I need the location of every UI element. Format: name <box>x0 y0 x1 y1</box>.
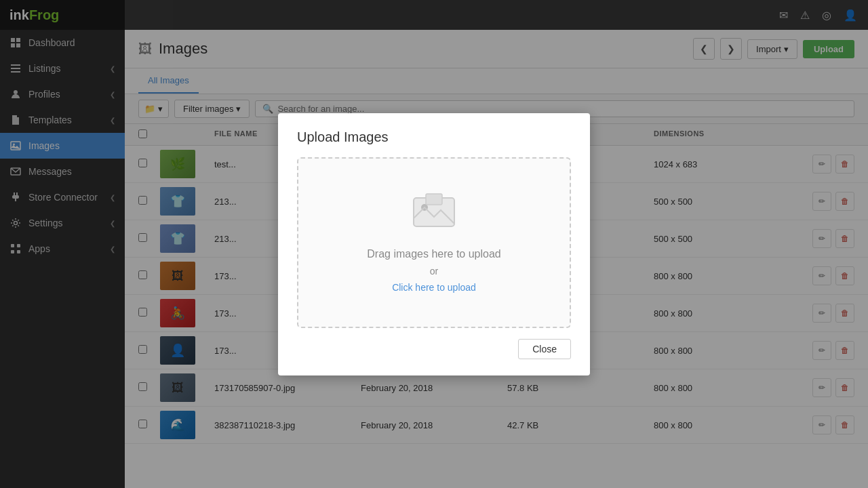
modal-title: Upload Images <box>297 129 571 145</box>
close-modal-button[interactable]: Close <box>518 339 571 359</box>
svg-rect-22 <box>426 194 442 205</box>
drop-zone-icon <box>412 192 456 236</box>
drop-or: or <box>430 266 438 277</box>
upload-modal: Upload Images Drag images here to upload… <box>278 113 590 375</box>
drop-zone[interactable]: Drag images here to upload or Click here… <box>297 157 571 328</box>
drop-text: Drag images here to upload <box>367 248 500 260</box>
modal-overlay[interactable]: Upload Images Drag images here to upload… <box>0 0 868 488</box>
modal-footer: Close <box>297 339 571 359</box>
click-to-upload-link[interactable]: Click here to upload <box>392 282 476 293</box>
